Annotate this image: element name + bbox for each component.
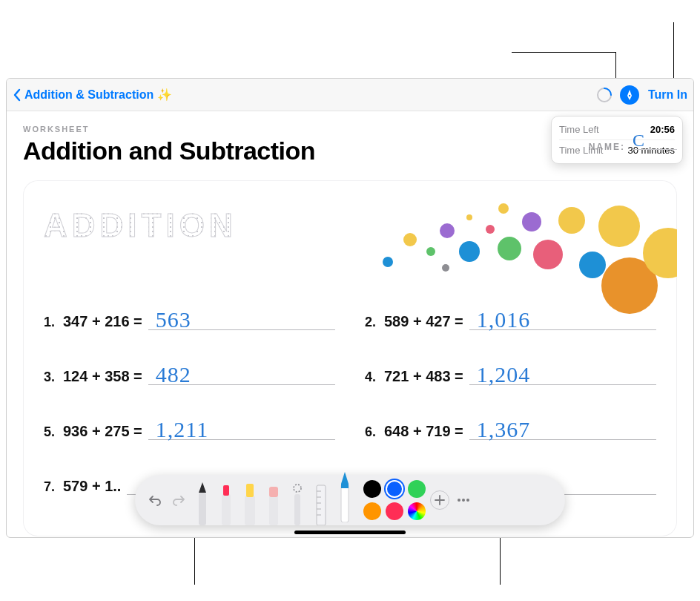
- svg-point-2: [383, 257, 393, 267]
- section-heading: ADDITION: [44, 207, 237, 244]
- app-window: Addition & Subtraction ✨ Turn In Time Le…: [6, 78, 694, 538]
- problem-number: 2.: [365, 315, 384, 330]
- problem-number: 3.: [44, 370, 63, 385]
- timer-button[interactable]: [595, 85, 614, 105]
- svg-point-7: [466, 214, 472, 220]
- pen-tip-icon: [624, 89, 635, 101]
- answer-handwriting: 1,367: [477, 417, 531, 442]
- problem-number: 5.: [44, 424, 63, 440]
- svg-point-13: [533, 240, 563, 269]
- page-title: Addition and Subtraction: [23, 137, 677, 165]
- svg-point-16: [598, 206, 640, 247]
- problem-number: 6.: [365, 424, 384, 440]
- svg-point-5: [440, 223, 455, 238]
- add-button[interactable]: [430, 490, 449, 510]
- name-handwriting: C: [633, 131, 644, 151]
- markup-toggle-button[interactable]: [620, 85, 639, 105]
- redo-button[interactable]: [169, 490, 188, 510]
- undo-icon: [148, 493, 162, 507]
- swatch-blue[interactable]: [386, 480, 403, 498]
- svg-rect-34: [341, 484, 349, 522]
- svg-point-8: [459, 241, 480, 262]
- eraser-tool[interactable]: [264, 479, 283, 521]
- problem-equation: 721 + 483 =: [384, 368, 463, 385]
- swatch-orange[interactable]: [363, 502, 381, 520]
- svg-point-27: [294, 485, 301, 492]
- svg-point-4: [426, 247, 435, 256]
- ellipsis-icon: [457, 498, 470, 502]
- svg-rect-19: [199, 493, 206, 525]
- worksheet-kicker: WORKSHEET: [23, 125, 677, 134]
- svg-point-11: [498, 237, 521, 260]
- svg-point-37: [462, 499, 465, 502]
- svg-point-3: [403, 233, 417, 246]
- answer-handwriting: 1,204: [477, 362, 531, 387]
- undo-button[interactable]: [145, 490, 165, 510]
- highlighter-tool[interactable]: [240, 479, 260, 521]
- turn-in-button[interactable]: Turn In: [648, 88, 687, 102]
- answer-line[interactable]: 1,016: [469, 306, 656, 330]
- home-indicator: [294, 531, 406, 534]
- name-label: NAME:: [589, 142, 625, 152]
- svg-point-38: [466, 499, 469, 502]
- answer-handwriting: 482: [156, 362, 191, 387]
- redo-icon: [172, 493, 185, 507]
- problem-number: 7.: [44, 479, 63, 495]
- svg-point-14: [558, 207, 585, 234]
- svg-rect-23: [246, 484, 254, 497]
- svg-rect-26: [294, 494, 300, 525]
- svg-rect-20: [222, 494, 231, 525]
- swatch-red[interactable]: [386, 502, 403, 520]
- problem-row: 4.721 + 483 =1,204: [365, 361, 656, 385]
- answer-line[interactable]: 563: [148, 306, 335, 330]
- problem-equation: 936 + 275 =: [63, 423, 142, 440]
- name-field: NAME: C: [589, 132, 677, 152]
- problem-row: 1.347 + 216 =563: [44, 306, 335, 330]
- swatch-black[interactable]: [363, 480, 381, 498]
- svg-rect-35: [341, 484, 349, 488]
- markup-toolbar: [135, 475, 565, 525]
- problem-row: 6.648 + 719 =1,367: [365, 416, 656, 440]
- svg-point-6: [442, 264, 449, 272]
- svg-point-1: [629, 94, 630, 96]
- svg-point-15: [579, 252, 606, 278]
- answer-line[interactable]: 1,367: [469, 416, 656, 440]
- problem-equation: 579 + 1..: [63, 478, 121, 495]
- problem-equation: 124 + 358 =: [63, 368, 142, 385]
- svg-rect-24: [269, 496, 278, 525]
- swatch-color-picker[interactable]: [408, 502, 426, 520]
- pencil-tool[interactable]: [335, 476, 354, 518]
- answer-line[interactable]: 1,211: [148, 416, 335, 440]
- plus-icon: [435, 495, 445, 505]
- back-label: Addition & Subtraction ✨: [24, 88, 172, 102]
- problem-row: 3.124 + 358 =482: [44, 361, 335, 385]
- answer-handwriting: 1,211: [156, 417, 208, 442]
- swatch-green[interactable]: [408, 480, 426, 498]
- more-button[interactable]: [454, 490, 473, 510]
- svg-point-10: [498, 203, 509, 214]
- pen-tool[interactable]: [193, 479, 212, 521]
- answer-handwriting: 563: [156, 307, 191, 332]
- navigation-bar: Addition & Subtraction ✨ Turn In: [7, 79, 693, 111]
- problem-row: 5.936 + 275 =1,211: [44, 416, 335, 440]
- lasso-tool[interactable]: [288, 479, 307, 521]
- answer-handwriting: 1,016: [477, 307, 531, 332]
- answer-line[interactable]: 482: [148, 361, 335, 385]
- color-swatches: [363, 480, 426, 520]
- problem-number: 4.: [365, 370, 384, 385]
- svg-point-36: [458, 499, 460, 502]
- clock-progress-icon: [596, 87, 612, 103]
- svg-point-9: [486, 225, 495, 234]
- marker-tool[interactable]: [217, 479, 236, 521]
- problem-equation: 648 + 719 =: [384, 423, 463, 440]
- chevron-left-icon: [13, 88, 22, 102]
- svg-point-12: [522, 212, 541, 231]
- problem-number: 1.: [44, 315, 63, 330]
- answer-line[interactable]: 1,204: [469, 361, 656, 385]
- problem-equation: 347 + 216 =: [63, 313, 142, 330]
- svg-rect-22: [245, 496, 255, 525]
- ruler-tool[interactable]: [311, 479, 331, 521]
- back-button[interactable]: Addition & Subtraction ✨: [13, 88, 172, 102]
- name-input-line[interactable]: C: [633, 132, 677, 150]
- problem-equation: 589 + 427 =: [384, 313, 463, 330]
